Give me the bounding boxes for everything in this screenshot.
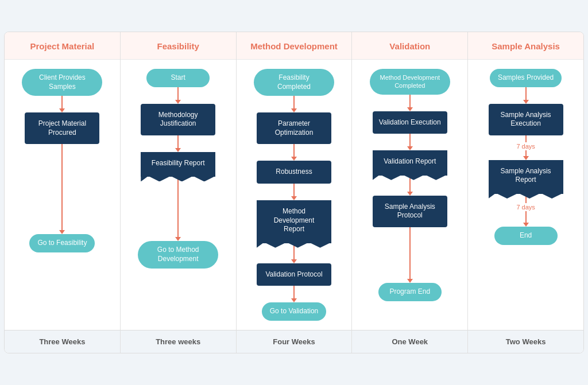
column-header-validation: Validation: [352, 32, 467, 60]
node-program-end: Program End: [378, 283, 442, 301]
column-validation: Validation Method Development Completed …: [352, 32, 468, 353]
diagram-wrapper: Project Material Client Provides Samples…: [4, 32, 584, 353]
node-client-provides-samples: Client Provides Samples: [22, 69, 102, 96]
node-methodology-justification: Methodology Justification: [141, 104, 215, 135]
label-7-days-2: 7 days: [516, 204, 535, 211]
column-footer-sample: Two Weeks: [468, 330, 583, 353]
column-project: Project Material Client Provides Samples…: [5, 32, 121, 353]
arrow-17: [474, 150, 578, 160]
node-validation-report: Validation Report: [373, 150, 447, 176]
node-feasibility-report: Feasibility Report: [141, 152, 215, 177]
arrow-head: [59, 108, 65, 112]
arrow-line: [525, 150, 527, 156]
label-7-days-1: 7 days: [516, 143, 535, 150]
arrow-line: [177, 135, 179, 148]
arrow-line: [293, 184, 295, 196]
arrow-3: [126, 87, 230, 104]
arrow-10: [242, 286, 346, 302]
arrow-line: [525, 87, 527, 100]
arrow-head: [523, 156, 529, 160]
arrow-line: [177, 177, 179, 237]
column-header-method: Method Development: [237, 32, 352, 60]
arrow-line: [293, 286, 295, 298]
node-go-to-method: Go to Method Development: [138, 241, 218, 268]
columns-container: Project Material Client Provides Samples…: [5, 32, 583, 353]
node-robustness: Robustness: [257, 161, 331, 184]
column-footer-validation: One Week: [352, 330, 467, 353]
column-footer-project: Three Weeks: [5, 330, 120, 353]
arrow-6: [242, 96, 346, 112]
arrow-8: [242, 184, 346, 200]
node-method-development-completed: Method Development Completed: [370, 69, 450, 95]
arrow-14: [358, 227, 462, 283]
node-end: End: [494, 227, 558, 245]
node-feasibility-completed: Feasibility Completed: [254, 69, 334, 96]
arrow-head: [291, 157, 297, 161]
arrow-16: [474, 135, 578, 142]
arrow-12: [358, 134, 462, 150]
arrow-15: [474, 87, 578, 104]
node-parameter-optimization: Parameter Optimization: [257, 112, 331, 144]
arrow-11: [358, 95, 462, 111]
arrow-head: [175, 237, 181, 241]
arrow-line: [293, 96, 295, 108]
arrow-line: [177, 87, 179, 100]
node-samples-provided: Samples Provided: [490, 69, 562, 87]
arrow-head: [523, 223, 529, 227]
column-sample: Sample Analysis Samples Provided Sample …: [468, 32, 583, 353]
node-validation-protocol: Validation Protocol: [257, 263, 331, 286]
node-method-development-report: Method Development Report: [257, 200, 331, 243]
arrow-head: [291, 108, 297, 112]
arrow-1: [10, 96, 114, 112]
arrow-head: [291, 259, 297, 263]
arrow-19: [474, 211, 578, 227]
column-header-sample: Sample Analysis: [468, 32, 583, 60]
node-go-to-feasibility: Go to Feasibility: [29, 234, 95, 252]
column-method: Method Development Feasibility Completed…: [237, 32, 353, 353]
column-body-method: Feasibility Completed Parameter Optimiza…: [237, 60, 352, 330]
arrow-line: [409, 227, 411, 279]
node-sample-analysis-protocol: Sample Analysis Protocol: [373, 196, 447, 227]
arrow-head: [59, 230, 65, 234]
arrow-line: [525, 135, 527, 142]
column-body-sample: Samples Provided Sample Analysis Executi…: [468, 60, 583, 330]
column-header-project: Project Material: [5, 32, 120, 60]
column-body-feasibility: Start Methodology Justification Feasibil…: [121, 60, 236, 330]
column-footer-method: Four Weeks: [237, 330, 352, 353]
arrow-head: [407, 192, 413, 196]
column-feasibility: Feasibility Start Methodology Justificat…: [121, 32, 237, 353]
arrow-line: [61, 96, 63, 108]
arrow-line: [409, 95, 411, 107]
node-start: Start: [146, 69, 210, 87]
node-sample-analysis-report: Sample Analysis Report: [489, 160, 563, 194]
column-body-validation: Method Development Completed Validation …: [352, 60, 467, 330]
arrow-head: [175, 148, 181, 152]
arrow-5: [126, 177, 230, 241]
arrow-head: [523, 100, 529, 104]
node-sample-analysis-execution: Sample Analysis Execution: [489, 104, 563, 135]
node-validation-execution: Validation Execution: [373, 111, 447, 134]
arrow-line: [409, 134, 411, 146]
arrow-head: [407, 279, 413, 283]
column-body-project: Client Provides Samples Project Material…: [5, 60, 120, 330]
arrow-head: [175, 100, 181, 104]
arrow-7: [242, 144, 346, 161]
arrow-head: [291, 196, 297, 200]
arrow-head: [407, 146, 413, 150]
column-header-feasibility: Feasibility: [121, 32, 236, 60]
arrow-line: [61, 144, 63, 230]
arrow-2: [10, 144, 114, 234]
arrow-head: [407, 107, 413, 111]
arrow-4: [126, 135, 230, 152]
arrow-line: [525, 211, 527, 223]
arrow-head: [291, 298, 297, 302]
node-project-material-procured: Project Material Procured: [25, 112, 99, 144]
node-go-to-validation: Go to Validation: [262, 302, 327, 321]
column-footer-feasibility: Three weeks: [121, 330, 236, 353]
arrow-line: [293, 144, 295, 157]
